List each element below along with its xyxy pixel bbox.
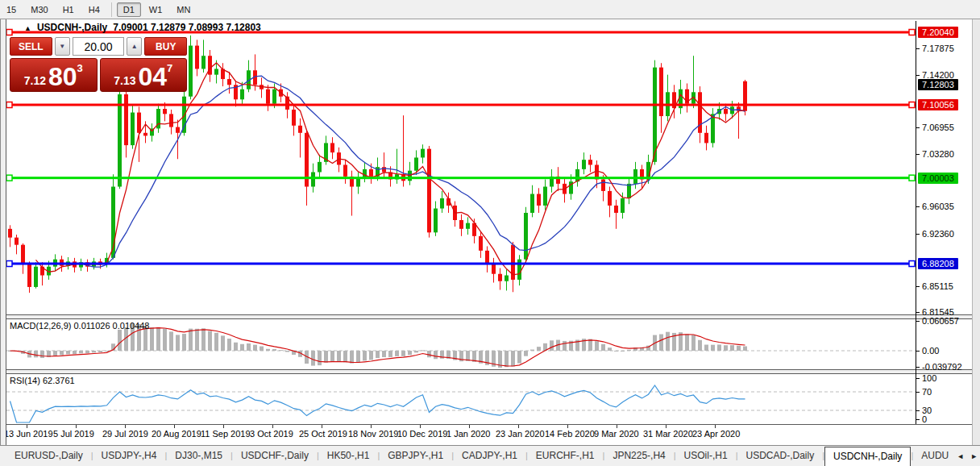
date-label: 20 Aug 2019 (152, 429, 201, 439)
triangle-up-icon: ▲ (131, 43, 138, 50)
rsi-tick-label: 100 (916, 373, 936, 384)
pane-separator[interactable] (0, 369, 972, 374)
tab-audu[interactable]: AUDU (913, 446, 957, 466)
one-click-trading-panel: SELL ▼ ▲ BUY 7.12 80 3 7.13 04 (10, 37, 187, 92)
price-tick-label: 7.06955 (916, 123, 954, 133)
date-label: 14 Feb 2020 (545, 429, 595, 439)
date-label: 31 Mar 2020 (643, 429, 693, 439)
volume-increase-button[interactable]: ▲ (127, 37, 142, 56)
line-handle (909, 261, 915, 267)
chart-ohlc-values: 7.09001 7.12879 7.08993 7.12803 (113, 22, 261, 33)
horizontal-line (6, 263, 916, 265)
rsi-line (10, 385, 745, 422)
price-tick-label: 7.03280 (916, 149, 954, 160)
period-button-h1[interactable]: H1 (56, 2, 81, 17)
line-handle (6, 175, 12, 181)
tab-gbpjpy-h1[interactable]: GBPJPY-,H1 (380, 446, 451, 466)
period-button-d1[interactable]: D1 (117, 2, 141, 17)
current-price-label: 7.12803 (918, 79, 958, 90)
horizontal-line (6, 104, 916, 106)
price-tick-label: 6.96035 (916, 202, 954, 212)
date-label: 29 Jul 2019 (102, 429, 148, 439)
tab-cadjpy-h1[interactable]: CADJPY-,H1 (454, 446, 525, 466)
tab-usoil-h1[interactable]: USOil-,H1 (676, 446, 736, 466)
rsi-chart (6, 374, 916, 424)
pane-separator[interactable] (0, 314, 972, 319)
date-label: 11 Sep 2019 (201, 429, 251, 439)
sell-price-sup: 3 (77, 63, 83, 73)
price-tick-label: 6.85115 (916, 281, 953, 292)
volume-input[interactable] (73, 37, 124, 56)
window-right-edge (972, 19, 980, 445)
line-handle (909, 175, 915, 181)
rsi-tick-label: 70 (916, 387, 932, 397)
time-tick (420, 425, 421, 428)
time-tick (567, 425, 568, 428)
buy-price-display[interactable]: 7.13 04 7 (100, 58, 188, 92)
rsi-indicator-pane[interactable]: RSI(14) 62.3761 (6, 374, 916, 424)
tab-hk50-h1[interactable]: HK50-,H1 (319, 446, 378, 466)
macd-indicator-pane[interactable]: MACD(12,26,9) 0.011026 0.010448 (6, 319, 916, 369)
price-tick-label: 7.17875 (916, 44, 954, 54)
sell-price-display[interactable]: 7.12 80 3 (10, 58, 98, 92)
toolbar-separator (111, 2, 112, 17)
macd-label: MACD(12,26,9) 0.011026 0.010448 (10, 321, 149, 331)
line-handle (6, 30, 12, 35)
window-left-edge (0, 19, 6, 445)
time-tick (617, 425, 617, 428)
tab-scroll-arrows: ◄► (957, 446, 980, 466)
sell-button[interactable]: SELL (10, 37, 52, 56)
price-tick-label: 6.92360 (916, 229, 954, 239)
tab-scroll-right-button[interactable]: ► (970, 452, 978, 460)
line-handle (909, 30, 915, 35)
tab-eurchf-h1[interactable]: EURCHF-,H1 (528, 446, 603, 466)
line-price-label: 7.00003 (918, 173, 958, 184)
date-label: 25 Oct 2019 (299, 429, 347, 439)
buy-price-sup: 7 (167, 63, 172, 73)
volume-decrease-button[interactable]: ▼ (55, 37, 70, 56)
time-tick (272, 425, 273, 428)
chart-tabs-bar: EURUSD-,Daily|USDJPY-,H4|DJ30-,M15|USDCH… (0, 445, 980, 466)
time-tick (715, 425, 716, 428)
price-chart-pane[interactable]: ▲ USDCNH-,Daily 7.09001 7.12879 7.08993 … (6, 21, 916, 314)
period-button-m30[interactable]: M30 (24, 2, 54, 17)
time-tick (174, 425, 175, 428)
tab-usdcnh-daily[interactable]: USDCNH-,Daily (824, 447, 911, 466)
line-price-label: 7.20040 (918, 27, 958, 38)
time-tick (223, 425, 224, 428)
tab-eurusd-daily[interactable]: EURUSD-,Daily (6, 446, 91, 466)
buy-button[interactable]: BUY (144, 37, 187, 56)
tab-usdjpy-h4[interactable]: USDJPY-,H4 (93, 446, 165, 466)
period-button-15[interactable]: 15 (0, 2, 23, 17)
time-tick (125, 425, 126, 428)
time-tick (469, 425, 470, 428)
time-tick (371, 425, 372, 428)
tab-usdchf-daily[interactable]: USDCHF-,Daily (233, 446, 317, 466)
tab-scroll-left-button[interactable]: ◄ (957, 452, 964, 460)
macd-tick-label: 0.060657 (916, 316, 959, 327)
tab-dj30-m15[interactable]: DJ30-,M15 (167, 446, 230, 466)
line-handle (909, 102, 915, 108)
date-label: 10 Dec 2019 (397, 429, 447, 439)
chart-window: ▲ USDCNH-,Daily 7.09001 7.12879 7.08993 … (0, 19, 980, 445)
collapse-arrow-icon[interactable]: ▲ (24, 24, 31, 32)
time-tick (666, 425, 666, 428)
sell-price-big: 80 (48, 65, 77, 89)
chart-symbol-title: USDCNH-,Daily (37, 22, 107, 33)
period-button-h4[interactable]: H4 (82, 2, 106, 17)
macd-tick-label: -0.039792 (916, 362, 962, 372)
sell-price-small: 7.12 (24, 73, 46, 89)
line-handle (6, 102, 12, 108)
period-button-mn[interactable]: MN (170, 2, 197, 17)
tab-usdcad-daily[interactable]: USDCAD-,Daily (737, 446, 822, 466)
date-label: 23 Jan 2020 (496, 429, 545, 439)
date-label: 9 Mar 2020 (594, 429, 639, 439)
rsi-tick-label: 0 (916, 414, 927, 425)
time-tick (322, 425, 322, 428)
date-label: 23 Apr 2020 (692, 429, 740, 439)
buy-price-big: 04 (138, 65, 167, 89)
tab-jpn225-h4[interactable]: JPN225-,H4 (604, 446, 673, 466)
line-price-label: 7.10056 (918, 99, 958, 110)
period-button-w1[interactable]: W1 (143, 2, 169, 17)
macd-tick-label: 0.00 (916, 346, 939, 356)
